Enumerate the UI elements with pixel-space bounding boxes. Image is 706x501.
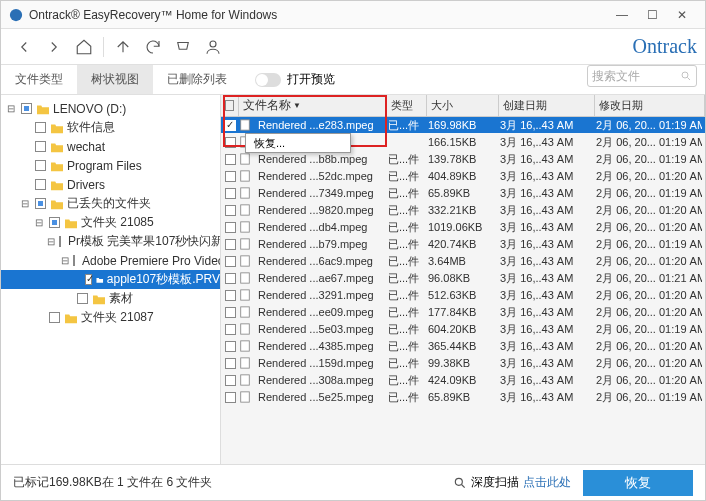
preview-toggle[interactable]: 打开预览 [245, 65, 345, 94]
home-button[interactable] [69, 33, 99, 61]
row-checkbox[interactable] [225, 222, 236, 233]
user-button[interactable] [198, 33, 228, 61]
context-recover[interactable]: 恢复... [246, 134, 350, 152]
row-checkbox[interactable] [225, 154, 236, 165]
tree-item[interactable]: ⊟LENOVO (D:) [1, 99, 220, 118]
tab-deleted-list[interactable]: 已删除列表 [153, 65, 241, 94]
file-row[interactable]: Rendered ...db4.mpeg已...件1019.06KB3月 16,… [221, 219, 705, 236]
file-row[interactable]: Rendered ...4385.mpeg已...件365.44KB3月 16,… [221, 338, 705, 355]
row-checkbox[interactable] [225, 239, 236, 250]
scan-link[interactable]: 点击此处 [523, 474, 571, 491]
file-row[interactable]: Rendered ...7349.mpeg已...件65.89KB3月 16,.… [221, 185, 705, 202]
close-button[interactable]: ✕ [667, 5, 697, 25]
col-filename[interactable]: 文件名称 ▼ [239, 95, 387, 116]
tree-label: Pr模板 完美苹果107秒快闪新产 [68, 233, 221, 250]
row-checkbox[interactable] [225, 120, 236, 131]
file-row[interactable]: Rendered ...5e25.mpeg已...件65.89KB3月 16,.… [221, 389, 705, 406]
tree-item[interactable]: ⊟Adobe Premiere Pro Video [1, 251, 220, 270]
tree-item[interactable]: Drivers [1, 175, 220, 194]
tree-checkbox[interactable] [21, 103, 32, 114]
file-row[interactable]: Rendered ...3291.mpeg已...件512.63KB3月 16,… [221, 287, 705, 304]
expand-icon[interactable]: ⊟ [47, 236, 55, 247]
search-input[interactable]: 搜索文件 [587, 65, 697, 87]
row-checkbox[interactable] [225, 137, 236, 148]
file-row[interactable]: Rendered ...b8b.mpeg已...件139.78KB3月 16,.… [221, 151, 705, 168]
tree-item[interactable]: ⊟已丢失的文件夹 [1, 194, 220, 213]
cell-modified: 2月 06, 20... 01:19 AM [592, 186, 702, 201]
cart-button[interactable] [168, 33, 198, 61]
tree-item[interactable]: ⊟Pr模板 完美苹果107秒快闪新产 [1, 232, 220, 251]
row-checkbox[interactable] [225, 358, 236, 369]
col-created[interactable]: 创建日期 [499, 95, 595, 116]
cell-size: 420.74KB [424, 238, 496, 250]
row-checkbox[interactable] [225, 273, 236, 284]
file-grid[interactable]: 恢复... Rendered ...e283.mpeg已...件169.98KB… [221, 117, 705, 464]
tree-item[interactable]: ⊟文件夹 21085 [1, 213, 220, 232]
refresh-button[interactable] [138, 33, 168, 61]
tree-item[interactable]: Program Files [1, 156, 220, 175]
expand-icon[interactable]: ⊟ [61, 255, 69, 266]
file-row[interactable]: Rendered ...5e03.mpeg已...件604.20KB3月 16,… [221, 321, 705, 338]
up-button[interactable] [108, 33, 138, 61]
file-row[interactable]: Rendered ...308a.mpeg已...件424.09KB3月 16,… [221, 372, 705, 389]
cell-size: 99.38KB [424, 357, 496, 369]
row-checkbox[interactable] [225, 205, 236, 216]
svg-rect-15 [241, 324, 250, 334]
row-checkbox[interactable] [225, 375, 236, 386]
col-modified[interactable]: 修改日期 [595, 95, 705, 116]
back-button[interactable] [9, 33, 39, 61]
cell-created: 3月 16,..43 AM [496, 390, 592, 405]
svg-point-0 [10, 8, 22, 20]
minimize-button[interactable]: — [607, 5, 637, 25]
tree-item[interactable]: 软件信息 [1, 118, 220, 137]
tree-checkbox[interactable] [77, 293, 88, 304]
cell-created: 3月 16,..43 AM [496, 237, 592, 252]
cell-created: 3月 16,..43 AM [496, 288, 592, 303]
tree-item[interactable]: 素材 [1, 289, 220, 308]
tree-checkbox[interactable] [59, 236, 61, 247]
tab-file-type[interactable]: 文件类型 [1, 65, 77, 94]
file-row[interactable]: Rendered ...e283.mpeg已...件169.98KB3月 16,… [221, 117, 705, 134]
row-checkbox[interactable] [225, 307, 236, 318]
tree-checkbox[interactable] [35, 179, 46, 190]
row-checkbox[interactable] [225, 256, 236, 267]
file-row[interactable]: Rendered ...6ac9.mpeg已...件3.64MB3月 16,..… [221, 253, 705, 270]
tree-checkbox[interactable] [35, 141, 46, 152]
svg-rect-17 [241, 358, 250, 368]
expand-icon[interactable]: ⊟ [33, 217, 45, 228]
forward-button[interactable] [39, 33, 69, 61]
cell-size: 3.64MB [424, 255, 496, 267]
tree-item[interactable]: wechat [1, 137, 220, 156]
expand-icon[interactable]: ⊟ [5, 103, 17, 114]
file-row[interactable]: Rendered ...b79.mpeg已...件420.74KB3月 16,.… [221, 236, 705, 253]
tree-checkbox[interactable] [49, 312, 60, 323]
file-row[interactable]: Rendered ...159d.mpeg已...件99.38KB3月 16,.… [221, 355, 705, 372]
tree-checkbox[interactable] [35, 160, 46, 171]
row-checkbox[interactable] [225, 341, 236, 352]
deep-scan: 深度扫描 点击此处 [453, 474, 571, 491]
tree-checkbox[interactable] [73, 255, 75, 266]
recover-button[interactable]: 恢复 [583, 470, 693, 496]
col-size[interactable]: 大小 [427, 95, 499, 116]
maximize-button[interactable]: ☐ [637, 5, 667, 25]
file-row[interactable]: Rendered ...9820.mpeg已...件332.21KB3月 16,… [221, 202, 705, 219]
tree-item[interactable]: apple107秒模板.PRV [1, 270, 220, 289]
file-row[interactable]: Rendered ...ae67.mpeg已...件96.08KB3月 16,.… [221, 270, 705, 287]
tree-item[interactable]: 文件夹 21087 [1, 308, 220, 327]
tree-checkbox[interactable] [35, 198, 46, 209]
tree-checkbox[interactable] [85, 274, 92, 285]
tree-checkbox[interactable] [35, 122, 46, 133]
tab-tree-view[interactable]: 树状视图 [77, 65, 153, 94]
row-checkbox[interactable] [225, 324, 236, 335]
folder-tree[interactable]: ⊟LENOVO (D:)软件信息wechatProgram FilesDrive… [1, 95, 221, 464]
cell-created: 3月 16,..43 AM [496, 271, 592, 286]
row-checkbox[interactable] [225, 392, 236, 403]
expand-icon[interactable]: ⊟ [19, 198, 31, 209]
row-checkbox[interactable] [225, 290, 236, 301]
file-row[interactable]: Rendered ...ee09.mpeg已...件177.84KB3月 16,… [221, 304, 705, 321]
row-checkbox[interactable] [225, 171, 236, 182]
file-row[interactable]: Rendered ...52dc.mpeg已...件404.89KB3月 16,… [221, 168, 705, 185]
col-type[interactable]: 类型 [387, 95, 427, 116]
tree-checkbox[interactable] [49, 217, 60, 228]
row-checkbox[interactable] [225, 188, 236, 199]
